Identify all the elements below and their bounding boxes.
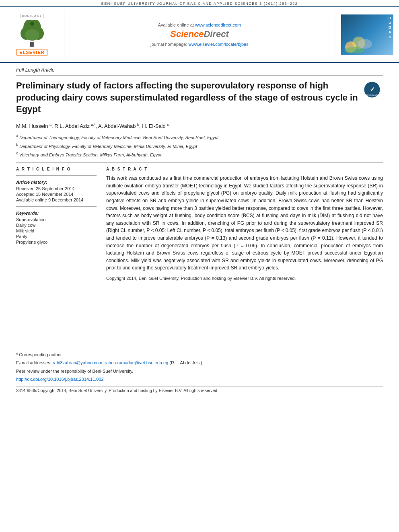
footer-notes: * Corresponding author. E-mail addresses… <box>16 348 383 393</box>
journal-homepage: journal homepage: www.elsevier.com/locat… <box>150 42 248 47</box>
doi-link[interactable]: http://dx.doi.org/10.1016/j.bjbas.2014.1… <box>16 377 104 382</box>
keywords-divider <box>16 206 97 207</box>
hosted-by-badge: HOSTED BY <box>20 14 44 18</box>
email-link-1[interactable]: rabi3zahran@yahoo.com <box>53 360 102 365</box>
homepage-link[interactable]: www.elsevier.com/locate/bjbas <box>189 42 249 47</box>
title-section: Preliminary study of factors affecting t… <box>16 80 383 115</box>
email-label: E-mail addresses: <box>16 360 51 365</box>
banner-text: BENI-SUEF UNIVERSITY JOURNAL OF BASIC AN… <box>101 2 298 6</box>
keyword-5: Propylene glycol <box>16 240 97 244</box>
svg-text:✓: ✓ <box>369 86 374 93</box>
keywords-list: Superovulation Dairy cow Milk yield Pari… <box>16 217 97 244</box>
journal-logo-area: B J B A S <box>335 10 399 59</box>
journal-logo-decoration <box>343 31 375 53</box>
svg-rect-0 <box>30 42 34 47</box>
corresponding-label: * Corresponding author. <box>16 352 63 357</box>
info-divider <box>16 175 97 176</box>
article-type: Full Length Article <box>16 63 383 76</box>
journal-logo: B J B A S <box>341 14 393 55</box>
article-info-heading: A R T I C L E I N F O <box>16 167 97 171</box>
article-info-column: A R T I C L E I N F O Article history: R… <box>16 167 97 285</box>
abstract-text: This work was conducted as a first time … <box>106 175 383 282</box>
elsevier-tree-icon <box>16 20 48 48</box>
svg-point-5 <box>30 22 34 26</box>
header-area: HOSTED BY ELSEVIER Available online at w… <box>0 7 399 63</box>
peer-review-note: Peer review under the responsibility of … <box>16 368 383 375</box>
article-title: Preliminary study of factors affecting t… <box>16 80 361 115</box>
direct-part: Direct <box>204 29 228 39</box>
footer-issn: 2314-8535/Copyright 2014, Beni-Suef Univ… <box>16 386 383 393</box>
affiliation-a: a Department of Theriogenology, Faculty … <box>16 133 383 141</box>
section-divider <box>16 162 383 163</box>
available-date: Available online 9 December 2014 <box>16 197 97 202</box>
sciencedirect-area: Available online at www.sciencedirect.co… <box>64 10 335 59</box>
elsevier-logo-area: HOSTED BY ELSEVIER <box>0 10 64 59</box>
svg-point-9 <box>358 39 372 49</box>
abstract-column: A B S T R A C T This work was conducted … <box>106 167 383 285</box>
affiliation-b: b Department of Physiology, Faculty of V… <box>16 142 383 150</box>
authors-section: M.M. Hussein a, R.L. Abdel Aziz a,*, A. … <box>16 122 383 158</box>
svg-text:CrossMark: CrossMark <box>366 94 378 96</box>
sciencedirect-link[interactable]: www.sciencedirect.com <box>195 23 241 27</box>
keyword-2: Dairy cow <box>16 223 97 228</box>
received-date: Received 25 September 2014 <box>16 186 97 191</box>
affiliations: a Department of Theriogenology, Faculty … <box>16 133 383 158</box>
spacer <box>16 292 383 340</box>
affiliation-c: c Veterinary and Embryo Transfer Section… <box>16 150 383 158</box>
two-column-section: A R T I C L E I N F O Article history: R… <box>16 167 383 285</box>
issn-text: 2314-8535/Copyright 2014, Beni-Suef Univ… <box>16 388 218 393</box>
elsevier-text: ELSEVIER <box>16 49 47 55</box>
copyright-text: Copyright 2014, Beni-Suef University. Pr… <box>106 275 383 282</box>
crossmark-icon: ✓ CrossMark <box>364 81 380 98</box>
keyword-3: Milk yield <box>16 228 97 233</box>
corresponding-author-note: * Corresponding author. <box>16 351 383 358</box>
main-content: Full Length Article Preliminary study of… <box>0 63 399 393</box>
abstract-heading: A B S T R A C T <box>106 167 383 171</box>
sciencedirect-logo: ScienceDirect <box>170 29 229 39</box>
title-text-block: Preliminary study of factors affecting t… <box>16 80 361 115</box>
abstract-paragraph: This work was conducted as a first time … <box>106 175 383 272</box>
history-label: Article history: <box>16 180 97 185</box>
science-part: Science <box>170 29 204 39</box>
author-names: M.M. Hussein a, R.L. Abdel Aziz a,*, A. … <box>16 122 383 131</box>
journal-logo-letters: B J B A S <box>389 16 392 39</box>
svg-point-4 <box>25 29 39 41</box>
keywords-label: Keywords: <box>16 211 97 216</box>
journal-banner: BENI-SUEF UNIVERSITY JOURNAL OF BASIC AN… <box>0 0 399 7</box>
keyword-4: Parity <box>16 234 97 239</box>
email-addresses: E-mail addresses: rabi3zahran@yahoo.com,… <box>16 359 383 366</box>
email-link-2[interactable]: rabea.ramadan@vet.bsu.edu.eg <box>105 360 168 365</box>
email-suffix: (R.L. Abdel Aziz). <box>169 360 203 365</box>
available-text: Available online at www.sciencedirect.co… <box>158 23 241 27</box>
doi-link-line: http://dx.doi.org/10.1016/j.bjbas.2014.1… <box>16 376 383 383</box>
elsevier-logo: HOSTED BY ELSEVIER <box>16 14 48 55</box>
accepted-date: Accepted 15 November 2014 <box>16 192 97 197</box>
keyword-1: Superovulation <box>16 217 97 222</box>
crossmark-area: ✓ CrossMark <box>361 80 383 98</box>
